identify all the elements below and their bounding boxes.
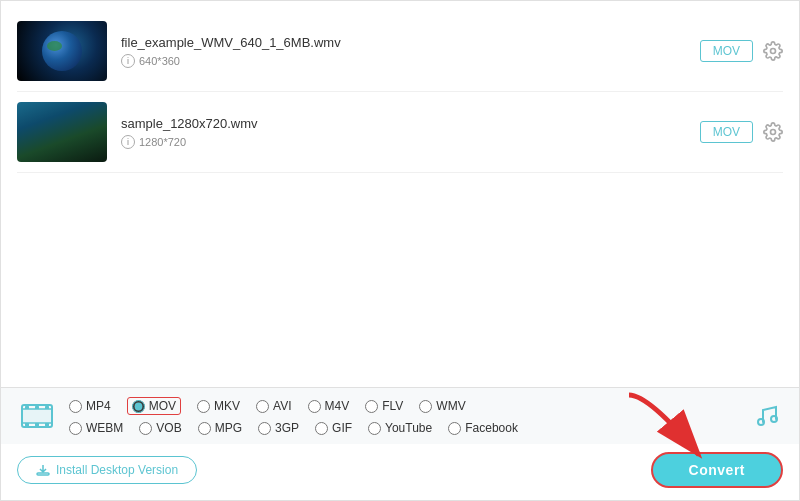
- file-list: file_example_WMV_640_1_6MB.wmv i 640*360…: [1, 1, 799, 387]
- file-thumb-2: [17, 102, 107, 162]
- install-desktop-button[interactable]: Install Desktop Version: [17, 456, 197, 484]
- file-actions-2: MOV: [700, 121, 783, 143]
- format-gif[interactable]: GIF: [315, 421, 352, 435]
- convert-button[interactable]: Convert: [651, 452, 783, 488]
- bottom-section: MP4 MOV MKV AVI: [1, 387, 799, 500]
- svg-point-0: [771, 49, 776, 54]
- format-row-1: MP4 MOV MKV AVI: [69, 397, 743, 415]
- format-webm[interactable]: WEBM: [69, 421, 123, 435]
- film-icon: [17, 396, 57, 436]
- format-avi[interactable]: AVI: [256, 399, 291, 413]
- format-youtube[interactable]: YouTube: [368, 421, 432, 435]
- file-item-2: sample_1280x720.wmv i 1280*720 MOV: [17, 92, 783, 173]
- footer-bar: Install Desktop Version Convert: [1, 444, 799, 500]
- format-options: MP4 MOV MKV AVI: [69, 397, 743, 435]
- file-resolution-1: 640*360: [139, 55, 180, 67]
- svg-rect-8: [45, 406, 49, 409]
- file-actions-1: MOV: [700, 40, 783, 62]
- svg-point-13: [771, 416, 777, 422]
- file-thumb-1: [17, 21, 107, 81]
- format-mp4[interactable]: MP4: [69, 399, 111, 413]
- file-name-1: file_example_WMV_640_1_6MB.wmv: [121, 35, 700, 50]
- svg-rect-14: [37, 473, 49, 475]
- format-m4v[interactable]: M4V: [308, 399, 350, 413]
- format-facebook[interactable]: Facebook: [448, 421, 518, 435]
- settings-icon-2[interactable]: [763, 122, 783, 142]
- file-meta-1: i 640*360: [121, 54, 700, 68]
- svg-rect-9: [25, 423, 29, 426]
- file-item-1: file_example_WMV_640_1_6MB.wmv i 640*360…: [17, 11, 783, 92]
- format-wmv[interactable]: WMV: [419, 399, 465, 413]
- earth-thumbnail: [42, 31, 82, 71]
- format-row-2: WEBM VOB MPG 3GP: [69, 421, 743, 435]
- file-name-2: sample_1280x720.wmv: [121, 116, 700, 131]
- info-icon-2: i: [121, 135, 135, 149]
- svg-rect-10: [35, 423, 39, 426]
- svg-rect-11: [45, 423, 49, 426]
- install-label: Install Desktop Version: [56, 463, 178, 477]
- svg-rect-3: [22, 409, 52, 423]
- settings-icon-1[interactable]: [763, 41, 783, 61]
- file-info-2: sample_1280x720.wmv i 1280*720: [121, 116, 700, 149]
- format-flv[interactable]: FLV: [365, 399, 403, 413]
- format-mov[interactable]: MOV: [127, 397, 181, 415]
- info-icon-1: i: [121, 54, 135, 68]
- format-mpg[interactable]: MPG: [198, 421, 242, 435]
- format-3gp[interactable]: 3GP: [258, 421, 299, 435]
- format-badge-2[interactable]: MOV: [700, 121, 753, 143]
- format-vob[interactable]: VOB: [139, 421, 181, 435]
- svg-point-12: [758, 419, 764, 425]
- music-icon: [751, 400, 783, 432]
- format-mkv[interactable]: MKV: [197, 399, 240, 413]
- svg-rect-7: [35, 406, 39, 409]
- format-badge-1[interactable]: MOV: [700, 40, 753, 62]
- file-resolution-2: 1280*720: [139, 136, 186, 148]
- file-meta-2: i 1280*720: [121, 135, 700, 149]
- format-bar: MP4 MOV MKV AVI: [1, 387, 799, 444]
- svg-point-1: [771, 130, 776, 135]
- svg-rect-6: [25, 406, 29, 409]
- file-info-1: file_example_WMV_640_1_6MB.wmv i 640*360: [121, 35, 700, 68]
